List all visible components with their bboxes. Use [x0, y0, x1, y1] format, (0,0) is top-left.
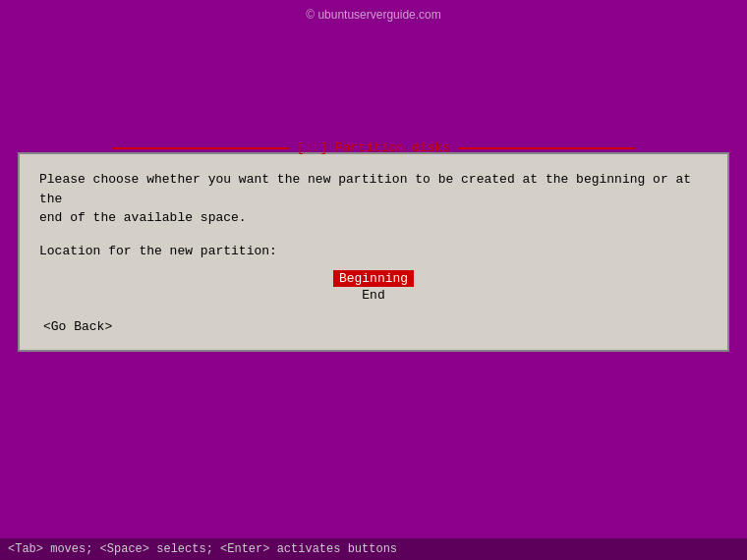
title-line-right [458, 147, 635, 149]
dialog-content: Please choose whether you want the new p… [20, 154, 727, 350]
go-back-button[interactable]: <Go Back> [39, 319, 708, 334]
watermark: © ubuntuserverguide.com [0, 8, 747, 22]
description-line1: Please choose whether you want the new p… [39, 172, 691, 206]
status-text: <Tab> moves; <Space> selects; <Enter> ac… [8, 542, 397, 556]
option-beginning[interactable]: Beginning [333, 270, 414, 287]
status-bar: <Tab> moves; <Space> selects; <Enter> ac… [0, 538, 747, 560]
dialog-title: [!!] Partition disks [293, 140, 454, 155]
location-label: Location for the new partition: [39, 244, 708, 258]
option-end[interactable]: End [356, 287, 390, 304]
dialog-description: Please choose whether you want the new p… [39, 170, 708, 228]
title-line-left [112, 147, 289, 149]
description-line2: end of the available space. [39, 210, 247, 225]
option-list: Beginning End [39, 270, 708, 304]
dialog-window: [!!] Partition disks Please choose wheth… [18, 152, 729, 352]
dialog-titlebar: [!!] Partition disks [112, 140, 635, 155]
